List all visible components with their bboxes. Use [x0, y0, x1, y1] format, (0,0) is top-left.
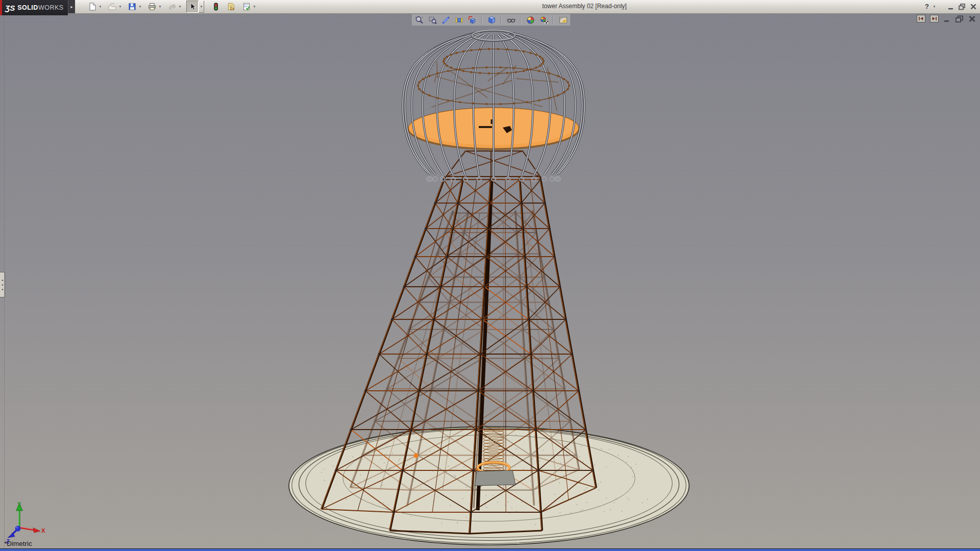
rebuild-button[interactable] [210, 1, 222, 12]
scene-frame-icon [558, 15, 568, 25]
render-sphere-checker-icon [539, 15, 549, 25]
zoom-to-fit-button[interactable] [414, 15, 424, 25]
collapse-arrow-icon: ◂ [2, 283, 3, 286]
view-toolbar [411, 14, 571, 26]
zoom-to-area-icon [428, 15, 437, 25]
open-dropdown[interactable]: ▼ [118, 1, 122, 12]
zoom-to-area-button[interactable] [427, 15, 437, 25]
standard-views-button[interactable] [454, 15, 464, 25]
save-button[interactable] [127, 1, 138, 12]
close-document-button[interactable] [968, 15, 976, 22]
view-orientation-icon [468, 15, 477, 25]
triad-y-axis: Y [16, 501, 23, 528]
undo-button[interactable] [166, 1, 178, 12]
select-cursor-icon [188, 2, 197, 11]
previous-document-icon [918, 16, 924, 21]
tower-assembly-model [0, 13, 980, 551]
rotate-view-icon [441, 15, 451, 25]
realview-button[interactable] [525, 15, 535, 25]
open-button[interactable] [107, 1, 118, 12]
standard-toolbar: ▼ ▼ ▼ ▼ ▼ [87, 1, 261, 13]
save-dropdown[interactable]: ▼ [138, 1, 142, 12]
document-title: tower Assembly 02 [Read-only] [542, 3, 626, 10]
print-button[interactable] [146, 1, 158, 12]
standard-views-icon [454, 15, 464, 25]
options-dropdown[interactable]: ▼ [252, 1, 257, 12]
brand-works: WORKS [38, 4, 64, 11]
view-orientation-label: *Dimetric [4, 540, 32, 547]
view-settings-button[interactable] [506, 15, 516, 25]
realview-sphere-icon [526, 15, 535, 25]
triad-x-axis: X [19, 527, 45, 534]
next-document-button[interactable] [930, 15, 939, 22]
close-button[interactable] [970, 3, 977, 10]
collapse-arrow-icon: ◂ [2, 279, 3, 282]
toolbar-separator [553, 16, 554, 24]
print-dropdown[interactable]: ▼ [158, 1, 162, 12]
rotate-view-button[interactable] [440, 15, 451, 25]
window-controls: ? ▼ [925, 0, 977, 13]
title-bar: ƷS SOLIDWORKS ▸ ▼ ▼ ▼ [0, 0, 980, 14]
menu-flyout-arrow[interactable]: ▸ [68, 0, 75, 13]
y-axis-label: Y [17, 501, 21, 507]
document-window-controls [917, 15, 976, 22]
options-icon [242, 2, 251, 11]
logo-red-stripe [0, 0, 2, 15]
minimize-button[interactable] [947, 3, 954, 10]
render-preview-button[interactable] [538, 15, 549, 25]
dassault-logo-icon: ƷS [5, 4, 15, 12]
new-document-dropdown[interactable]: ▼ [98, 1, 103, 12]
brand-solid: SOLID [17, 4, 38, 11]
save-floppy-icon [128, 2, 137, 11]
window-bottom-border [0, 548, 980, 551]
x-axis-label: X [41, 528, 45, 534]
restore-document-button[interactable] [955, 15, 964, 22]
help-dropdown[interactable]: ▼ [933, 1, 936, 12]
undo-dropdown[interactable]: ▼ [178, 1, 182, 12]
view-orientation-button[interactable] [467, 15, 477, 25]
collapse-arrow-icon: ◂ [2, 288, 3, 291]
new-document-icon [88, 2, 97, 11]
file-properties-button[interactable] [226, 1, 237, 12]
apply-scene-button[interactable] [558, 15, 568, 25]
toolbar-separator [501, 16, 502, 24]
next-document-icon [932, 16, 937, 21]
file-properties-icon [227, 2, 236, 11]
restore-button[interactable] [958, 3, 966, 10]
solidworks-window: ƷS SOLIDWORKS ▸ ▼ ▼ ▼ [0, 0, 980, 551]
options-button[interactable] [241, 1, 252, 12]
toolbar-separator [481, 16, 482, 24]
open-folder-icon [108, 2, 117, 11]
minimize-document-button[interactable] [943, 15, 950, 22]
zoom-to-fit-icon [414, 15, 424, 25]
previous-document-button[interactable] [917, 15, 925, 22]
display-style-button[interactable] [486, 15, 497, 25]
new-document-button[interactable] [87, 1, 98, 12]
print-icon [148, 2, 157, 11]
traffic-light-icon [211, 2, 220, 11]
select-button[interactable] [186, 1, 199, 13]
shaded-cube-icon [487, 15, 497, 25]
help-button[interactable]: ? [925, 3, 929, 10]
undo-icon [167, 2, 177, 11]
toolbar-separator [520, 16, 521, 24]
viewport-left-border [4, 13, 5, 549]
solidworks-menu-button[interactable]: ƷS SOLIDWORKS [0, 0, 68, 15]
glasses-icon [506, 15, 516, 25]
select-dropdown[interactable]: ▼ [199, 1, 204, 13]
graphics-viewport[interactable]: ◂ ◂ ◂ Y X Z [0, 13, 980, 551]
checker-flag [544, 21, 548, 23]
